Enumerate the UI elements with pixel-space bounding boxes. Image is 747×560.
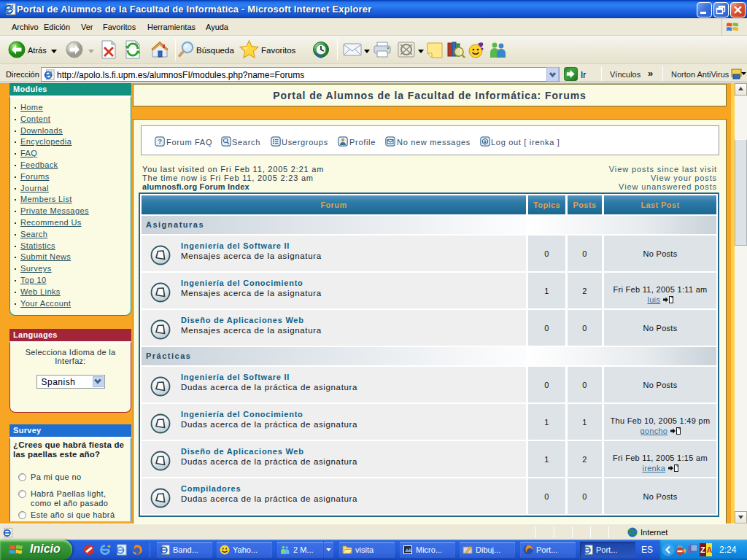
svg-text:?: ? — [158, 137, 162, 145]
svg-text:A: A — [707, 545, 713, 554]
svg-text:Z: Z — [700, 545, 705, 554]
